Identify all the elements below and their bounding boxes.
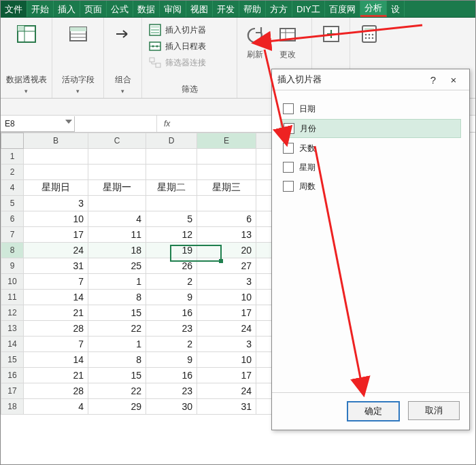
cell[interactable]: 2 <box>146 274 197 290</box>
cell[interactable]: 30 <box>146 399 197 415</box>
tab-4[interactable]: 数据 <box>133 1 160 17</box>
cell[interactable] <box>146 149 197 165</box>
cell[interactable]: 8 <box>88 352 146 368</box>
column-header[interactable]: E <box>197 133 256 149</box>
tab-11[interactable]: 百度网 <box>325 1 360 17</box>
row-header[interactable]: 15 <box>1 352 24 368</box>
cell[interactable]: 10 <box>197 352 256 368</box>
tab-12[interactable]: 分析 <box>360 1 387 17</box>
tab-7[interactable]: 开发 <box>213 1 239 17</box>
cell[interactable]: 17 <box>197 368 256 383</box>
table-header-cell[interactable]: 星期二 <box>146 180 197 196</box>
cell[interactable]: 15 <box>88 368 146 383</box>
tab-1[interactable]: 插入 <box>54 1 80 17</box>
operate-button[interactable] <box>316 20 346 48</box>
row-header[interactable]: 9 <box>1 258 24 274</box>
cell[interactable]: 9 <box>146 352 197 368</box>
cell[interactable]: 23 <box>146 321 197 337</box>
calc-button[interactable] <box>354 20 384 48</box>
cell[interactable] <box>24 149 88 165</box>
row-header[interactable]: 6 <box>1 211 24 227</box>
tab-2[interactable]: 页面 <box>80 1 107 17</box>
cell[interactable]: 12 <box>146 227 197 243</box>
cell[interactable]: 27 <box>197 258 256 274</box>
cell[interactable]: 21 <box>24 368 88 383</box>
checkbox[interactable]: ✓ <box>284 123 294 134</box>
cell[interactable]: 3 <box>197 274 256 290</box>
column-header[interactable]: C <box>88 133 146 149</box>
cell[interactable]: 14 <box>24 290 88 305</box>
cell[interactable] <box>88 149 146 165</box>
checkbox[interactable] <box>283 143 294 154</box>
cell[interactable] <box>88 165 146 180</box>
row-header[interactable]: 5 <box>1 196 24 211</box>
cell[interactable]: 25 <box>88 258 146 274</box>
row-header[interactable]: 2 <box>1 165 24 180</box>
cell[interactable]: 11 <box>88 227 146 243</box>
cell[interactable] <box>146 196 197 211</box>
cell[interactable]: 4 <box>24 399 88 415</box>
row-header[interactable]: 1 <box>1 149 24 165</box>
cell[interactable]: 2 <box>146 337 197 352</box>
name-box[interactable]: E8 <box>1 116 75 132</box>
dialog-close-button[interactable]: × <box>443 74 464 86</box>
cell[interactable]: 10 <box>197 290 256 305</box>
select-all-corner[interactable] <box>1 133 24 149</box>
ok-button[interactable]: 确定 <box>347 401 400 421</box>
insert-timeline-button[interactable]: 插入日程表 <box>145 38 210 54</box>
cell[interactable] <box>24 165 88 180</box>
slicer-field-row[interactable]: 日期 <box>280 100 461 118</box>
cell[interactable]: 4 <box>88 211 146 227</box>
filter-connections-button[interactable]: 筛选器连接 <box>145 54 210 71</box>
cell[interactable] <box>88 196 146 211</box>
cell[interactable]: 26 <box>146 258 197 274</box>
cell[interactable] <box>197 196 256 211</box>
cell[interactable]: 28 <box>24 321 88 337</box>
row-header[interactable]: 16 <box>1 368 24 383</box>
cell[interactable]: 24 <box>197 321 256 337</box>
tab-5[interactable]: 审阅 <box>160 1 186 17</box>
cell[interactable]: 17 <box>24 227 88 243</box>
row-header[interactable]: 10 <box>1 274 24 290</box>
cell[interactable]: 24 <box>24 243 88 258</box>
insert-slicer-button[interactable]: 插入切片器 <box>145 22 210 38</box>
cell[interactable]: 1 <box>88 274 146 290</box>
row-header[interactable]: 4 <box>1 180 24 196</box>
cell[interactable]: 3 <box>24 196 88 211</box>
row-header[interactable]: 7 <box>1 227 24 243</box>
cell[interactable]: 31 <box>24 258 88 274</box>
cell[interactable]: 6 <box>197 211 256 227</box>
active-field-button[interactable] <box>63 20 93 48</box>
row-header[interactable]: 12 <box>1 305 24 321</box>
slicer-field-row[interactable]: 天数 <box>280 139 461 157</box>
cell[interactable]: 16 <box>146 305 197 321</box>
cell[interactable]: 29 <box>88 399 146 415</box>
checkbox[interactable] <box>283 162 294 173</box>
table-header-cell[interactable]: 星期三 <box>197 180 256 196</box>
tab-13[interactable]: 设 <box>387 1 405 17</box>
cell[interactable]: 7 <box>24 337 88 352</box>
tab-file[interactable]: 文件 <box>1 1 27 17</box>
refresh-button[interactable]: 刷新 <box>240 20 270 63</box>
cell[interactable]: 10 <box>24 211 88 227</box>
cell[interactable]: 3 <box>197 337 256 352</box>
tab-10[interactable]: DIY工 <box>292 1 325 17</box>
tab-8[interactable]: 帮助 <box>239 1 266 17</box>
change-source-button[interactable]: 更改 <box>273 20 303 63</box>
cell[interactable]: 18 <box>88 243 146 258</box>
cell[interactable] <box>197 149 256 165</box>
slicer-field-row[interactable]: 星期 <box>280 158 461 176</box>
cell[interactable]: 22 <box>88 383 146 399</box>
cell[interactable]: 5 <box>146 211 197 227</box>
cell[interactable] <box>146 165 197 180</box>
cell[interactable]: 24 <box>197 383 256 399</box>
slicer-field-row[interactable]: ✓月份 <box>280 119 461 138</box>
dialog-help-button[interactable]: ? <box>423 74 443 86</box>
tab-0[interactable]: 开始 <box>27 1 54 17</box>
row-header[interactable]: 14 <box>1 337 24 352</box>
pivot-table-button[interactable] <box>12 20 41 48</box>
tab-3[interactable]: 公式 <box>107 1 133 17</box>
checkbox[interactable] <box>283 103 294 114</box>
cell[interactable]: 8 <box>88 290 146 305</box>
row-header[interactable]: 18 <box>1 399 24 415</box>
